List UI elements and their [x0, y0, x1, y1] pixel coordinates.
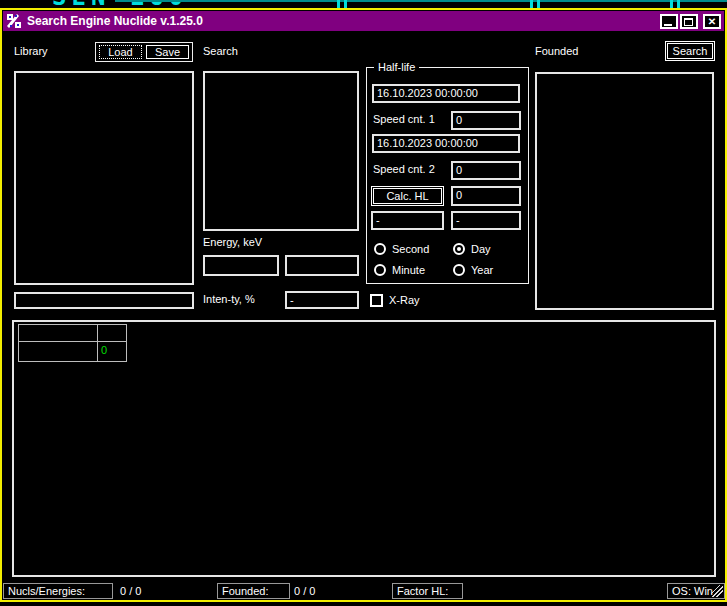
radio-day[interactable]: Day — [453, 243, 491, 255]
minimize-button[interactable] — [660, 14, 678, 29]
energy-min-input[interactable] — [203, 255, 279, 276]
resize-grip-icon[interactable] — [711, 585, 723, 597]
halflife-group: Half-life 16.10.2023 00:00:00 Speed cnt.… — [366, 67, 529, 284]
search-button[interactable]: Search — [665, 41, 715, 61]
calc-hl-input[interactable]: 0 — [451, 186, 521, 206]
founded-value: 0 / 0 — [294, 584, 315, 598]
radio-minute-label: Minute — [392, 264, 425, 276]
intensity-label: Inten-ty, % — [203, 293, 255, 305]
library-listbox[interactable] — [14, 71, 194, 285]
load-button[interactable]: Load — [99, 45, 142, 59]
background-window-line — [115, 0, 727, 2]
load-save-group: Load Save — [95, 42, 193, 62]
app-icon — [6, 13, 22, 29]
search-label: Search — [203, 45, 238, 57]
hl-result-right-input[interactable]: - — [451, 211, 521, 230]
close-button[interactable]: ✕ — [703, 14, 721, 29]
results-panel[interactable]: 0 — [12, 320, 716, 577]
results-grid[interactable]: 0 — [18, 324, 127, 362]
library-filter-input[interactable] — [14, 292, 194, 309]
date-from-input[interactable]: 16.10.2023 00:00:00 — [372, 84, 520, 103]
energy-label: Energy, keV — [203, 236, 262, 248]
nucls-energies-value: 0 / 0 — [120, 584, 141, 598]
radio-minute[interactable]: Minute — [374, 264, 425, 276]
speed-cnt-1-label: Speed cnt. 1 — [373, 113, 435, 125]
radio-icon — [453, 264, 465, 276]
speed-cnt-2-label: Speed cnt. 2 — [373, 163, 435, 175]
intensity-input[interactable]: - — [285, 291, 359, 309]
speed-cnt-2-input[interactable]: 0 — [451, 161, 521, 180]
date-to-input[interactable]: 16.10.2023 00:00:00 — [372, 134, 520, 153]
titlebar[interactable]: Search Engine Nuclide v.1.25.0 ✕ — [3, 11, 724, 31]
grid-cell — [19, 325, 98, 342]
hl-result-left-input[interactable]: - — [371, 211, 444, 230]
grid-count-cell: 0 — [98, 342, 127, 362]
xray-label: X-Ray — [389, 294, 420, 306]
os-label: OS: Win — [672, 585, 713, 597]
factor-hl-box: Factor HL: — [392, 583, 463, 599]
radio-icon — [374, 264, 386, 276]
radio-year[interactable]: Year — [453, 264, 493, 276]
grid-cell — [19, 342, 98, 362]
screen: SEN 160 Search Engine Nuclide v.1.25.0 ✕… — [0, 0, 727, 606]
grid-cell — [98, 325, 127, 342]
calc-hl-button[interactable]: Calc. HL — [371, 186, 444, 206]
window-title: Search Engine Nuclide v.1.25.0 — [22, 14, 658, 28]
os-box: OS: Win — [667, 583, 725, 599]
maximize-button[interactable] — [680, 14, 698, 29]
radio-year-label: Year — [471, 264, 493, 276]
search-listbox[interactable] — [203, 71, 359, 231]
radio-second[interactable]: Second — [374, 243, 429, 255]
founded-listbox[interactable] — [535, 72, 714, 310]
radio-icon — [453, 243, 465, 255]
save-button[interactable]: Save — [146, 45, 189, 59]
energy-max-input[interactable] — [285, 255, 359, 276]
close-icon: ✕ — [705, 16, 719, 27]
nucls-energies-box: Nucls/Energies: — [3, 583, 113, 599]
minimize-icon — [664, 24, 672, 26]
founded-box: Founded: — [217, 583, 290, 599]
speed-cnt-1-input[interactable]: 0 — [451, 111, 521, 130]
maximize-icon — [684, 18, 693, 26]
halflife-title: Half-life — [374, 61, 419, 73]
xray-checkbox[interactable] — [370, 294, 383, 307]
radio-second-label: Second — [392, 243, 429, 255]
founded-label: Founded — [535, 45, 578, 57]
library-label: Library — [14, 45, 48, 57]
radio-icon — [374, 243, 386, 255]
radio-day-label: Day — [471, 243, 491, 255]
